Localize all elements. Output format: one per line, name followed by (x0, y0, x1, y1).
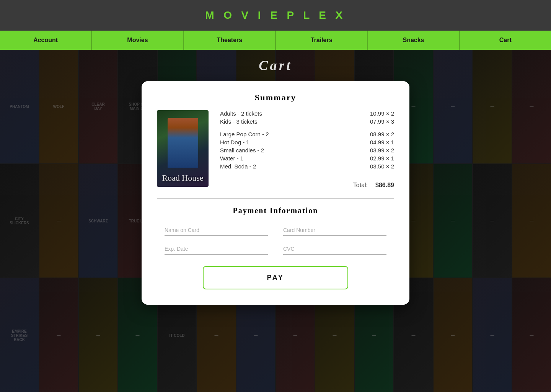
nav-theaters[interactable]: Theaters (184, 31, 276, 50)
cvc-input[interactable] (283, 243, 386, 255)
movie-title-on-poster: Road House (158, 169, 207, 187)
snack-hotdog-label: Hot Dog - 1 (220, 139, 249, 145)
payment-heading: Payment Information (157, 206, 394, 215)
summary-content: Road House Adults - 2 tickets 10.99 × 2 … (157, 110, 394, 191)
card-number-input[interactable] (283, 225, 386, 236)
nav-account[interactable]: Account (0, 31, 92, 50)
total-row: Total: $86.89 (220, 182, 394, 189)
snack-soda-label: Med. Soda - 2 (220, 163, 256, 170)
snack-group: Large Pop Corn - 2 08.99 × 2 Hot Dog - 1… (220, 131, 394, 170)
snack-popcorn-price: 08.99 × 2 (356, 131, 394, 137)
poster-figure (168, 118, 198, 168)
payment-form (157, 225, 394, 255)
cart-modal: Summary Road House Adults - 2 tickets 10… (142, 81, 409, 305)
snack-soda-price: 03.50 × 2 (356, 163, 394, 170)
ticket-row-adults: Adults - 2 tickets 10.99 × 2 (220, 110, 394, 117)
snack-row-hotdog: Hot Dog - 1 04.99 × 1 (220, 139, 394, 145)
snack-water-label: Water - 1 (220, 155, 243, 162)
header: M O V I E P L E X (0, 0, 551, 31)
snack-candies-price: 03.99 × 2 (356, 147, 394, 154)
ticket-kids-price: 07.99 × 3 (356, 118, 394, 125)
payment-divider (157, 198, 394, 199)
nav-trailers[interactable]: Trailers (276, 31, 368, 50)
ticket-adults-price: 10.99 × 2 (356, 110, 394, 117)
expiry-date-input[interactable] (165, 243, 268, 255)
order-items: Adults - 2 tickets 10.99 × 2 Kids - 3 ti… (220, 110, 394, 191)
name-on-card-input[interactable] (165, 225, 268, 236)
pay-button-container: PAY (157, 266, 394, 289)
snack-candies-label: Small candies - 2 (220, 147, 264, 154)
snack-row-candies: Small candies - 2 03.99 × 2 (220, 147, 394, 154)
total-divider (220, 176, 394, 176)
pay-button[interactable]: PAY (203, 266, 348, 289)
snack-row-soda: Med. Soda - 2 03.50 × 2 (220, 163, 394, 170)
snack-row-popcorn: Large Pop Corn - 2 08.99 × 2 (220, 131, 394, 137)
nav-cart[interactable]: Cart (460, 31, 551, 50)
total-label: Total: (353, 182, 368, 189)
total-amount: $86.89 (375, 182, 394, 189)
cart-overlay: Cart Summary Road House Adults - 2 ticke… (0, 50, 551, 392)
ticket-row-kids: Kids - 3 tickets 07.99 × 3 (220, 118, 394, 125)
ticket-group: Adults - 2 tickets 10.99 × 2 Kids - 3 ti… (220, 110, 394, 125)
navigation: Account Movies Theaters Trailers Snacks … (0, 31, 551, 50)
ticket-adults-label: Adults - 2 tickets (220, 110, 262, 117)
nav-movies[interactable]: Movies (92, 31, 184, 50)
snack-hotdog-price: 04.99 × 1 (356, 139, 394, 145)
ticket-kids-label: Kids - 3 tickets (220, 118, 258, 125)
snack-popcorn-label: Large Pop Corn - 2 (220, 131, 269, 137)
page-title: Cart (259, 57, 292, 74)
snack-row-water: Water - 1 02.99 × 1 (220, 155, 394, 162)
summary-heading: Summary (157, 93, 394, 103)
snack-water-price: 02.99 × 1 (356, 155, 394, 162)
nav-snacks[interactable]: Snacks (368, 31, 460, 50)
logo: M O V I E P L E X (205, 9, 346, 21)
movie-poster: Road House (157, 110, 209, 187)
